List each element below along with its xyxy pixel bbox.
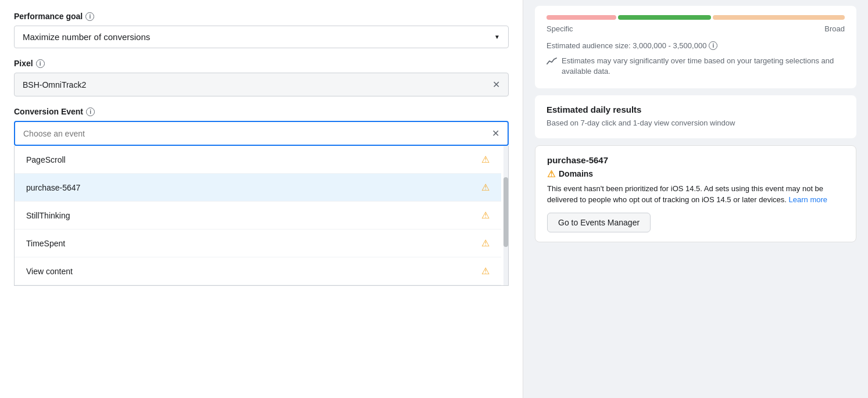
audience-size-value: Estimated audience size: 3,000,000 - 3,5… — [546, 41, 706, 50]
list-item[interactable]: View content ⚠ — [15, 257, 501, 285]
performance-goal-info-icon[interactable]: i — [85, 12, 94, 21]
scrollbar-track — [503, 146, 508, 285]
performance-goal-dropdown[interactable]: Maximize number of conversions ▼ — [14, 26, 509, 48]
list-item[interactable]: StillThinking ⚠ — [15, 202, 501, 230]
right-panel: Specific Broad Estimated audience size: … — [523, 0, 868, 398]
event-name: View content — [26, 267, 73, 276]
broad-label: Broad — [824, 24, 845, 33]
conversion-event-label: Conversion Event — [14, 107, 83, 116]
meter-green — [618, 15, 711, 20]
warning-icon: ⚠ — [481, 238, 490, 249]
daily-results-title: Estimated daily results — [546, 105, 845, 114]
estimate-note-text: Estimates may vary significantly over ti… — [562, 56, 845, 77]
event-name: StillThinking — [26, 211, 70, 220]
scrollbar-thumb[interactable] — [503, 177, 508, 247]
warning-icon: ⚠ — [481, 266, 490, 277]
daily-results-text: Based on 7-day click and 1-day view conv… — [546, 118, 845, 128]
audience-meter-card: Specific Broad Estimated audience size: … — [535, 6, 856, 88]
specific-label: Specific — [546, 24, 573, 33]
warning-icon: ⚠ — [481, 154, 490, 165]
audience-size-info-icon[interactable]: i — [709, 41, 717, 50]
meter-red — [546, 15, 616, 20]
performance-goal-value: Maximize number of conversions — [23, 32, 150, 42]
events-dropdown-list: ▲ PageScroll ⚠ purchase-5647 ⚠ StillThin… — [14, 146, 509, 286]
tooltip-title: purchase-5647 — [547, 155, 844, 165]
tooltip-warning-row: ⚠ Domains — [547, 168, 844, 180]
daily-results-card: Estimated daily results Based on 7-day c… — [535, 95, 856, 138]
performance-goal-label: Performance goal — [14, 12, 83, 21]
pixel-field: BSH-OmniTrack2 ✕ — [14, 73, 509, 96]
tooltip-card: purchase-5647 ⚠ Domains This event hasn'… — [535, 145, 856, 242]
list-item[interactable]: PageScroll ⚠ — [15, 146, 501, 174]
meter-labels: Specific Broad — [546, 24, 845, 33]
left-panel: Performance goal i Maximize number of co… — [0, 0, 523, 398]
warning-icon: ⚠ — [481, 210, 490, 221]
conversion-event-section: Conversion Event i — [14, 107, 509, 116]
pixel-info-icon[interactable]: i — [36, 59, 45, 68]
conversion-event-info-icon[interactable]: i — [86, 107, 95, 116]
estimate-note: Estimates may vary significantly over ti… — [546, 56, 845, 77]
event-name: purchase-5647 — [26, 183, 80, 192]
list-item[interactable]: TimeSpent ⚠ — [15, 230, 501, 257]
dropdown-arrow-icon: ▼ — [494, 34, 500, 40]
meter-bar — [546, 15, 845, 20]
tooltip-body: This event hasn't been prioritized for i… — [547, 183, 844, 206]
meter-orange — [713, 15, 845, 20]
tooltip-body-text: This event hasn't been prioritized for i… — [547, 184, 823, 205]
goto-events-manager-button[interactable]: Go to Events Manager — [547, 213, 651, 232]
pixel-section: Pixel i — [14, 59, 509, 68]
pixel-clear-icon[interactable]: ✕ — [492, 79, 500, 90]
conversion-event-clear-icon[interactable]: ✕ — [492, 128, 499, 139]
conversion-event-input[interactable] — [23, 129, 492, 138]
list-item[interactable]: purchase-5647 ⚠ — [15, 174, 501, 202]
audience-size-text: Estimated audience size: 3,000,000 - 3,5… — [546, 41, 845, 50]
event-name: TimeSpent — [26, 239, 65, 248]
event-name: PageScroll — [26, 155, 66, 164]
warning-icon: ⚠ — [481, 182, 490, 193]
conversion-event-input-wrapper[interactable]: ✕ — [14, 121, 509, 146]
pixel-label: Pixel — [14, 59, 33, 68]
tooltip-warning-label: Domains — [559, 169, 593, 178]
learn-more-link[interactable]: Learn more — [789, 195, 827, 204]
tooltip-warning-icon: ⚠ — [547, 168, 555, 180]
performance-goal-section: Performance goal i — [14, 12, 509, 21]
trend-icon — [546, 56, 557, 69]
pixel-value: BSH-OmniTrack2 — [23, 80, 86, 89]
